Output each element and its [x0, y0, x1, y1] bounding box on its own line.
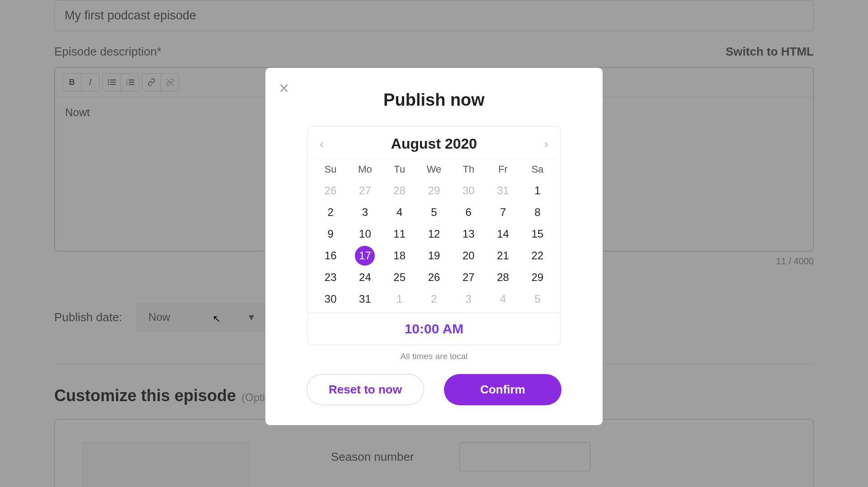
next-month-button[interactable]: ›: [544, 137, 548, 151]
calendar-day[interactable]: 17: [355, 246, 375, 266]
reset-to-now-button[interactable]: Reset to now: [307, 374, 424, 405]
calendar-day[interactable]: 3: [348, 201, 382, 223]
calendar-day[interactable]: 30: [313, 288, 348, 310]
calendar-day[interactable]: 13: [451, 223, 486, 245]
time-picker[interactable]: 10:00 AM: [308, 313, 560, 345]
calendar-day[interactable]: 6: [451, 201, 486, 223]
calendar-day[interactable]: 26: [417, 267, 451, 288]
modal-overlay[interactable]: × Publish now ‹ August 2020 › SuMoTuWeTh…: [0, 0, 868, 487]
calendar-day[interactable]: 4: [382, 201, 417, 223]
calendar-day[interactable]: 1: [520, 180, 555, 201]
calendar-day[interactable]: 28: [486, 267, 520, 288]
calendar-dow: Tu: [382, 159, 417, 180]
calendar-day[interactable]: 5: [520, 288, 555, 310]
calendar-day[interactable]: 14: [486, 223, 520, 245]
calendar-day[interactable]: 21: [486, 245, 520, 267]
calendar-day[interactable]: 29: [520, 267, 555, 288]
close-icon[interactable]: ×: [279, 80, 289, 97]
calendar-day[interactable]: 7: [486, 201, 520, 223]
calendar-day[interactable]: 12: [417, 223, 451, 245]
calendar-day[interactable]: 11: [382, 223, 417, 245]
timezone-note: All times are local: [285, 351, 583, 361]
publish-date-modal: × Publish now ‹ August 2020 › SuMoTuWeTh…: [265, 68, 603, 425]
calendar-day[interactable]: 10: [348, 223, 382, 245]
calendar-day[interactable]: 20: [451, 245, 486, 267]
calendar-day[interactable]: 9: [313, 223, 348, 245]
prev-month-button[interactable]: ‹: [320, 137, 324, 151]
calendar-day[interactable]: 22: [520, 245, 555, 267]
calendar-day[interactable]: 25: [382, 267, 417, 288]
calendar-day[interactable]: 27: [451, 267, 486, 288]
calendar-day[interactable]: 2: [417, 288, 451, 310]
calendar-day[interactable]: 8: [520, 201, 555, 223]
calendar-dow: Mo: [348, 159, 382, 180]
calendar-day[interactable]: 23: [313, 267, 348, 288]
calendar-day[interactable]: 15: [520, 223, 555, 245]
calendar-day[interactable]: 31: [348, 288, 382, 310]
calendar: ‹ August 2020 › SuMoTuWeThFrSa2627282930…: [307, 126, 561, 345]
calendar-dow: Sa: [520, 159, 555, 180]
calendar-day[interactable]: 3: [451, 288, 486, 310]
calendar-day[interactable]: 5: [417, 201, 451, 223]
calendar-day[interactable]: 28: [382, 180, 417, 201]
calendar-day[interactable]: 19: [417, 245, 451, 267]
calendar-day[interactable]: 16: [313, 245, 348, 267]
calendar-day[interactable]: 26: [313, 180, 348, 201]
calendar-day[interactable]: 27: [348, 180, 382, 201]
calendar-month-label: August 2020: [391, 136, 477, 152]
calendar-day[interactable]: 2: [313, 201, 348, 223]
calendar-dow: Su: [313, 159, 348, 180]
modal-title: Publish now: [285, 90, 583, 110]
calendar-day[interactable]: 18: [382, 245, 417, 267]
confirm-button[interactable]: Confirm: [444, 374, 561, 405]
calendar-dow: Th: [451, 159, 486, 180]
calendar-day[interactable]: 31: [486, 180, 520, 201]
calendar-day[interactable]: 1: [382, 288, 417, 310]
calendar-day[interactable]: 24: [348, 267, 382, 288]
calendar-dow: We: [417, 159, 451, 180]
calendar-dow: Fr: [486, 159, 520, 180]
calendar-day[interactable]: 4: [486, 288, 520, 310]
calendar-day[interactable]: 29: [417, 180, 451, 201]
calendar-day[interactable]: 30: [451, 180, 486, 201]
